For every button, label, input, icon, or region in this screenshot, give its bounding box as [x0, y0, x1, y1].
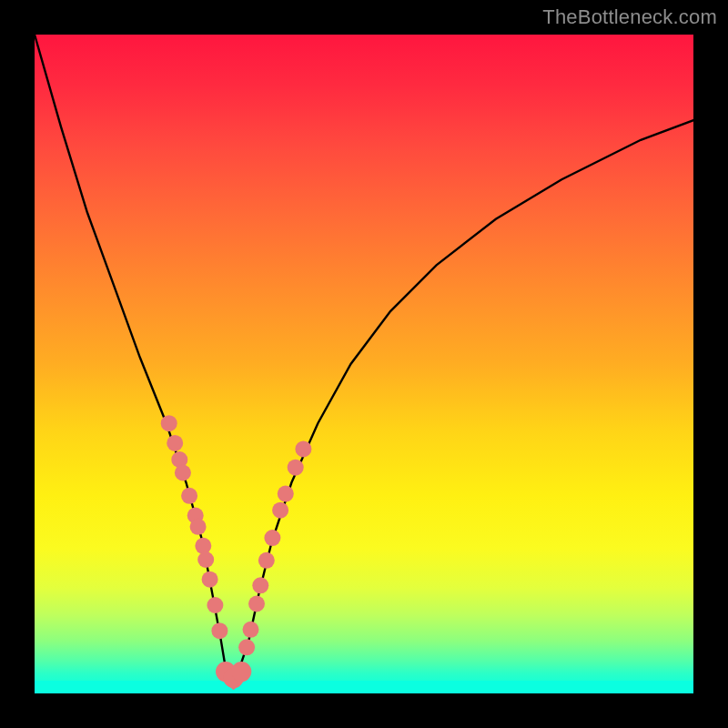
watermark-text: TheBottleneck.com: [542, 5, 717, 29]
data-dot: [248, 596, 265, 612]
data-dot: [243, 622, 259, 638]
data-dot: [197, 551, 214, 568]
data-dot: [278, 486, 294, 502]
data-dot: [238, 639, 255, 655]
data-dot: [175, 465, 191, 481]
data-dot: [207, 597, 223, 613]
data-dot: [161, 415, 177, 431]
data-dot: [181, 488, 197, 504]
data-dot: [190, 519, 207, 535]
data-dot: [211, 622, 228, 639]
bottleneck-curve: [35, 35, 693, 681]
data-dot: [258, 552, 275, 569]
data-dot: [272, 502, 288, 519]
data-dot: [202, 571, 218, 588]
chart-overlay: [35, 35, 693, 693]
data-dot: [252, 577, 268, 593]
data-dot: [167, 435, 183, 451]
data-dot: [231, 662, 251, 682]
data-dot: [264, 530, 280, 546]
data-dot: [195, 538, 211, 554]
data-dot: [295, 440, 311, 457]
chart-area: [35, 35, 693, 693]
data-dot: [288, 460, 304, 476]
data-dots: [161, 415, 312, 688]
